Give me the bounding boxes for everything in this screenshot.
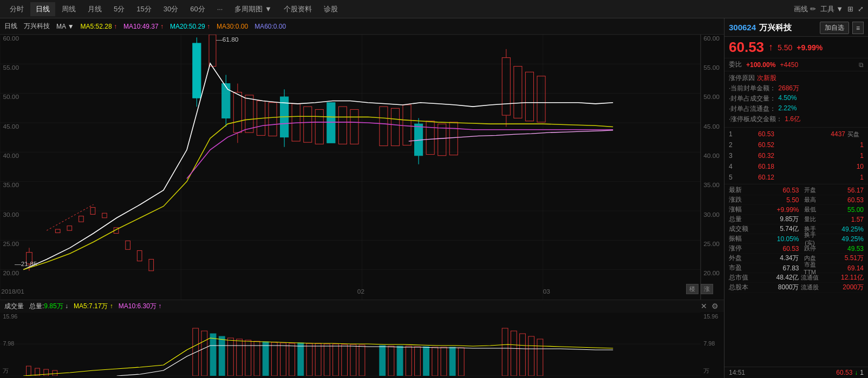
limit-row3-val: 1.6亿 [785,115,800,124]
limit-info: 涨停原因 次新股 ·当前封单金额： 2686万 ·封单占成交量： 4.50% ·… [725,71,868,128]
tab-diagnose[interactable]: 诊股 [318,2,343,16]
stat-row-6: 涨停 60.53 跌停 49.53 [729,244,864,254]
vol-settings-btn[interactable]: ⚙ [710,301,720,311]
limit-reason-val: 次新股 [757,74,776,83]
time-change: ↓ [854,369,858,376]
stat-lbl-3: 总量 [729,215,756,224]
watermark: 楼 涨 [686,284,713,294]
tab-daily[interactable]: 日线 [30,2,55,16]
limit-row2-val: 2.22% [778,104,797,114]
svg-text:35.00: 35.00 [703,181,720,188]
time-val: 14:51 [729,369,745,376]
tab-fenshi[interactable]: 分时 [4,2,29,16]
time-vol: 1 [860,369,864,376]
stat-lbl-9: 总市值 [729,273,756,282]
ma20-label: MA20:50.29 ↑ [170,23,210,30]
svg-text:—61.80: —61.80 [216,36,239,43]
svg-text:30.00: 30.00 [703,211,720,218]
tab-multiperiod[interactable]: 多周期图 ▼ [229,2,277,16]
ma60-label: MA60:0.00 [254,23,286,30]
ma30-label: MA30:0.00 [217,23,248,30]
tab-30min[interactable]: 30分 [158,2,184,16]
stat-row-9: 总市值 48.42亿 流通值 12.11亿 [729,273,864,283]
tab-15min[interactable]: 15分 [131,2,156,16]
tab-weekly[interactable]: 周线 [56,2,81,16]
stat-lbl-6: 涨停 [729,244,756,253]
fullscreen-btn[interactable]: ⤢ [858,5,864,13]
stat-val2-2: 55.00 [821,206,864,214]
svg-text:7.98: 7.98 [3,341,14,347]
tab-5min[interactable]: 5分 [108,2,130,16]
layout-btn[interactable]: ⊞ [847,5,853,13]
vol-label: 成交量 [4,302,24,311]
bid-row-2: 3 60.32 1 [729,150,864,161]
stat-val-5: 10.05% [756,235,799,243]
svg-text:50.00: 50.00 [3,93,19,100]
svg-text:15.96: 15.96 [3,314,17,320]
current-price: 60.53 [729,39,764,56]
svg-text:20.00: 20.00 [703,269,720,276]
ma5-label: MA5:52.28 ↑ [81,23,117,30]
tab-more[interactable]: ··· [212,3,229,15]
time-row: 14:51 60.53 ↓ 1 [725,367,868,378]
tab-stockinfo[interactable]: 个股资料 [278,2,317,16]
stat-val-6: 60.53 [756,245,799,253]
webi-val2: +4450 [780,61,798,69]
stat-row-2: 涨幅 +9.99% 最低 55.00 [729,205,864,215]
watermark-lou: 楼 [686,284,699,294]
bid-row-0: 1 60.53 4437 买盘 [729,129,864,140]
stat-val2-9: 12.11亿 [821,273,864,282]
right-panel: 300624 万兴科技 加自选 ≡ 60.53 ↑ 5.50 +9.99% 委比… [725,18,868,378]
svg-text:15.96: 15.96 [703,314,718,320]
stat-val-3: 9.85万 [756,215,799,224]
add-to-watchlist-btn[interactable]: 加自选 [820,22,849,34]
tool-btn[interactable]: 工具 ▼ [820,4,843,14]
svg-rect-123 [380,346,386,376]
stock-menu-btn[interactable]: ≡ [852,22,864,34]
stat-row-4: 成交额 5.74亿 换手 49.25% [729,224,864,234]
svg-text:55.00: 55.00 [703,64,720,71]
stat-lbl-2: 涨幅 [729,205,756,214]
svg-rect-115 [298,343,304,376]
svg-text:50.00: 50.00 [703,93,720,100]
stat-lbl-5: 振幅 [729,234,756,243]
top-nav-right: 画线 ✏ 工具 ▼ ⊞ ⤢ [794,4,864,14]
chart-area: 日线 万兴科技 MA ▼ MA5:52.28 ↑ MA10:49.37 ↑ MA… [0,18,725,378]
stock-header-left: 300624 万兴科技 [729,23,792,33]
vol-total: 总量:9.85万 ↓ [29,302,68,311]
vol-close-btn[interactable]: ✕ [700,301,708,311]
svg-text:2018/01: 2018/01 [1,288,24,295]
stat-val-1: 5.50 [756,196,799,204]
stat-val2-10: 2000万 [821,283,864,292]
vol-ma10: MA10:6.30万 ↑ [119,302,161,311]
stat-val-2: +9.99% [756,206,799,214]
draw-tool-btn[interactable]: 画线 ✏ [794,4,816,14]
stat-val-10: 8000万 [756,283,799,292]
svg-rect-106 [219,336,225,376]
stat-row-0: 最新 60.53 开盘 56.17 [729,185,864,195]
main-chart[interactable]: 60.00 55.00 50.00 45.00 40.00 35.00 30.0… [0,35,724,300]
svg-text:55.00: 55.00 [3,64,19,71]
svg-rect-125 [397,346,403,376]
ma-type-selector[interactable]: MA ▼ [56,23,74,30]
main-layout: 日线 万兴科技 MA ▼ MA5:52.28 ↑ MA10:49.37 ↑ MA… [0,18,868,378]
stat-mid-1: 最高 [799,196,821,204]
bid-row-3: 4 60.18 10 [729,161,864,172]
webi-label: 委比 [729,60,742,69]
stat-val2-5: 49.25% [821,235,864,243]
bid-row-4: 5 60.12 1 [729,172,864,183]
price-row: 60.53 ↑ 5.50 +9.99% [725,37,868,58]
tab-monthly[interactable]: 月线 [82,2,107,16]
stat-row-5: 振幅 10.05% 换手(实) 49.25% [729,234,864,244]
bid-price-4: 60.18 [742,163,774,170]
bid-vol-2: 1 [774,141,864,149]
svg-text:45.00: 45.00 [703,123,720,130]
bid-price-2: 60.52 [742,141,774,149]
bid-num-2: 2 [729,141,738,149]
stat-mid-6: 跌停 [799,244,821,253]
limit-reason-label: 涨停原因 [729,74,755,83]
copy-icon[interactable]: ⧉ [859,61,864,69]
bid-vol-3: 1 [774,152,864,160]
svg-text:万: 万 [3,368,8,374]
tab-60min[interactable]: 60分 [185,2,210,16]
